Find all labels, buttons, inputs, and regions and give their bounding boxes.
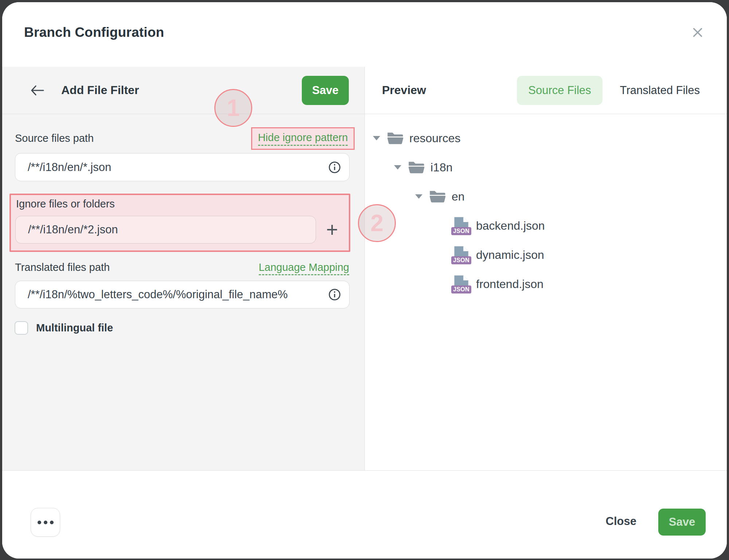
tree-item-label: backend.json	[476, 219, 545, 233]
json-badge: JSON	[451, 256, 471, 264]
tree-item-i18n[interactable]: i18n	[365, 153, 727, 182]
source-files-path-input[interactable]: /**/i18n/en/*.json	[15, 153, 350, 181]
tree-item-backend.json[interactable]: JSONbackend.json	[365, 211, 727, 240]
tree-item-label: en	[452, 190, 465, 203]
tree-item-resources[interactable]: resources	[365, 124, 727, 153]
hide-ignore-pattern-highlight: Hide ignore pattern	[251, 127, 355, 150]
file-tree: resourcesi18nenJSONbackend.jsonJSONdynam…	[365, 114, 727, 470]
back-arrow-icon[interactable]	[30, 85, 44, 96]
language-mapping-wrap: Language Mapping	[259, 261, 349, 273]
translated-files-path-label: Translated files path	[15, 261, 110, 273]
add-ignore-pattern-icon[interactable]: +	[318, 216, 346, 244]
tree-item-label: frontend.json	[476, 277, 543, 291]
preview-tabs: Source FilesTranslated Files	[517, 76, 700, 105]
ellipsis-icon	[38, 521, 41, 524]
tree-item-frontend.json[interactable]: JSONfrontend.json	[365, 269, 727, 299]
modal-footer: Close Save	[2, 470, 727, 559]
json-file-icon: JSON	[453, 246, 469, 264]
modal-body: Add File Filter Save Source files path H…	[2, 67, 727, 470]
ignore-pattern-input[interactable]: /**/i18n/en/*2.json	[15, 216, 316, 244]
info-icon[interactable]	[328, 161, 341, 174]
branch-configuration-modal: Branch Configuration Add File Filter Sav…	[2, 2, 727, 559]
json-file-icon: JSON	[453, 217, 469, 235]
info-icon[interactable]	[328, 288, 341, 301]
language-mapping-link[interactable]: Language Mapping	[259, 261, 349, 275]
file-filter-panel: Add File Filter Save Source files path H…	[2, 67, 365, 470]
preview-heading: Preview	[382, 83, 426, 97]
preview-panel: Preview Source FilesTranslated Files res…	[365, 67, 727, 470]
tab-translated-files[interactable]: Translated Files	[620, 76, 700, 105]
folder-icon	[387, 131, 404, 145]
more-options-button[interactable]	[31, 508, 60, 537]
save-button[interactable]: Save	[658, 509, 706, 536]
ignore-files-label: Ignore files or folders	[16, 198, 115, 210]
panel-heading: Add File Filter	[61, 83, 139, 97]
translated-files-path-input[interactable]: /**/i18n/%two_letters_code%/%original_fi…	[15, 281, 350, 308]
ignore-pattern-highlight: Ignore files or folders /**/i18n/en/*2.j…	[9, 194, 350, 252]
chevron-down-icon[interactable]	[373, 136, 380, 140]
json-badge: JSON	[451, 227, 471, 235]
modal-title: Branch Configuration	[24, 25, 164, 40]
translated-files-path-value: /**/i18n/%two_letters_code%/%original_fi…	[28, 288, 324, 301]
tree-item-label: i18n	[430, 161, 453, 174]
tree-item-label: dynamic.json	[476, 248, 544, 262]
multilingual-label: Multilingual file	[36, 322, 113, 334]
ignore-pattern-value: /**/i18n/en/*2.json	[28, 223, 308, 236]
modal-header: Branch Configuration	[2, 2, 727, 67]
file-filter-form: Source files path Hide ignore pattern /*…	[2, 114, 364, 470]
source-files-path-value: /**/i18n/en/*.json	[28, 161, 324, 174]
json-badge: JSON	[451, 285, 471, 293]
filter-save-button[interactable]: Save	[302, 76, 349, 105]
close-button[interactable]: Close	[604, 514, 639, 528]
preview-header: Preview Source FilesTranslated Files	[365, 67, 727, 114]
tree-item-en[interactable]: en	[365, 182, 727, 211]
file-filter-header: Add File Filter Save	[2, 67, 364, 114]
json-file-icon: JSON	[453, 275, 469, 293]
close-icon[interactable]	[689, 24, 706, 42]
tree-item-label: resources	[409, 132, 461, 145]
ellipsis-icon	[44, 521, 47, 524]
hide-ignore-pattern-link[interactable]: Hide ignore pattern	[258, 132, 348, 146]
source-files-path-label: Source files path	[15, 132, 94, 144]
tab-source-files[interactable]: Source Files	[517, 76, 602, 105]
multilingual-checkbox[interactable]	[15, 321, 28, 335]
multilingual-file-option[interactable]: Multilingual file	[15, 321, 113, 335]
chevron-down-icon[interactable]	[415, 194, 422, 199]
folder-icon	[429, 189, 446, 204]
chevron-down-icon[interactable]	[394, 165, 401, 170]
folder-icon	[408, 160, 425, 175]
tree-item-dynamic.json[interactable]: JSONdynamic.json	[365, 240, 727, 269]
ellipsis-icon	[50, 521, 54, 524]
